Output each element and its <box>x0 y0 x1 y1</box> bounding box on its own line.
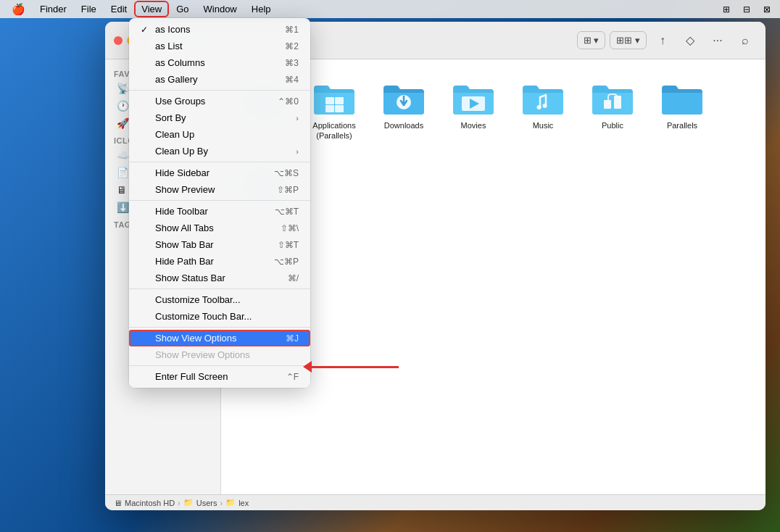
as-icons-label: as Icons <box>155 24 282 35</box>
clean-up-label: Clean Up <box>155 129 299 140</box>
applications-icon: 🚀 <box>117 117 129 129</box>
file-item-parallels[interactable]: Parallels <box>653 74 711 146</box>
view-icon-btn[interactable]: ⊞ ▾ <box>578 32 605 49</box>
close-button[interactable] <box>114 36 123 45</box>
movies-folder-icon <box>450 78 497 117</box>
menubar-edit[interactable]: Edit <box>105 2 133 16</box>
path-users-icon: 📁 <box>183 498 194 507</box>
menu-customize-touch-bar[interactable]: Customize Touch Bar... <box>129 308 310 325</box>
menu-show-status-bar[interactable]: Show Status Bar ⌘/ <box>129 270 310 286</box>
menubar-go[interactable]: Go <box>170 2 194 16</box>
menu-sep-4 <box>129 288 310 289</box>
menu-sep-5 <box>129 327 310 328</box>
menu-use-groups[interactable]: Use Groups ⌃⌘0 <box>129 93 310 109</box>
menu-hide-sidebar[interactable]: Hide Sidebar ⌥⌘S <box>129 165 310 181</box>
show-status-bar-shortcut: ⌘/ <box>288 273 299 283</box>
as-gallery-shortcut: ⌘4 <box>285 75 299 85</box>
menu-clean-up[interactable]: Clean Up <box>129 126 310 143</box>
file-item-public[interactable]: Public <box>584 74 642 146</box>
menu-sep-1 <box>129 90 310 91</box>
show-preview-options-label: Show Preview Options <box>155 349 299 360</box>
path-lex-icon: 📁 <box>225 498 236 507</box>
show-preview-shortcut: ⇧⌘P <box>277 185 299 195</box>
applications-parallels-folder-icon <box>311 78 357 117</box>
menu-hide-toolbar[interactable]: Hide Toolbar ⌥⌘T <box>129 203 310 220</box>
menu-sort-by[interactable]: Sort By › <box>129 109 310 126</box>
file-item-music[interactable]: Music <box>514 74 572 146</box>
enter-full-screen-shortcut: ⌃F <box>286 372 299 382</box>
menu-show-all-tabs[interactable]: Show All Tabs ⇧⌘\ <box>129 220 310 236</box>
menubar-help[interactable]: Help <box>246 2 277 16</box>
show-tab-bar-label: Show Tab Bar <box>155 239 275 250</box>
check-as-icons: ✓ <box>141 25 152 35</box>
svg-rect-3 <box>335 105 344 112</box>
desktop-icon: 🖥 <box>117 184 127 196</box>
menu-as-list[interactable]: as List ⌘2 <box>129 38 310 54</box>
show-all-tabs-shortcut: ⇧⌘\ <box>281 223 299 233</box>
music-folder-icon <box>520 78 566 117</box>
menu-as-icons[interactable]: ✓ as Icons ⌘1 <box>129 21 310 38</box>
path-lex-label: lex <box>238 499 249 507</box>
show-all-tabs-label: Show All Tabs <box>155 223 278 233</box>
view-dropdown-menu: ✓ as Icons ⌘1 as List ⌘2 as Columns ⌘3 a… <box>129 18 310 388</box>
hide-sidebar-shortcut: ⌥⌘S <box>274 168 299 178</box>
downloads-sidebar-icon: ⬇️ <box>117 201 129 213</box>
menubar-finder[interactable]: Finder <box>34 2 72 16</box>
sort-by-arrow: › <box>296 114 299 122</box>
menu-show-view-options[interactable]: Show View Options ⌘J <box>129 330 310 346</box>
arrow-head <box>303 361 312 373</box>
menu-show-tab-bar[interactable]: Show Tab Bar ⇧⌘T <box>129 236 310 253</box>
file-item-movies[interactable]: Movies <box>444 74 502 146</box>
menubar-view[interactable]: View <box>136 2 167 16</box>
search-button[interactable]: ⌕ <box>734 30 757 51</box>
as-list-label: as List <box>155 41 282 51</box>
menu-clean-up-by[interactable]: Clean Up By › <box>129 143 310 159</box>
svg-point-7 <box>537 105 542 109</box>
menubar-window[interactable]: Window <box>198 2 243 16</box>
downloads-label: Downloads <box>384 120 423 130</box>
as-columns-shortcut: ⌘3 <box>285 58 299 68</box>
tag-button[interactable]: ◇ <box>679 30 702 51</box>
svg-rect-9 <box>604 100 611 109</box>
menu-as-gallery[interactable]: as Gallery ⌘4 <box>129 71 310 88</box>
menu-hide-path-bar[interactable]: Hide Path Bar ⌥⌘P <box>129 253 310 270</box>
as-columns-label: as Columns <box>155 57 282 68</box>
path-sep-1: › <box>178 499 181 507</box>
view-toggle: ⊞ ▾ <box>577 31 606 49</box>
menu-sep-2 <box>129 162 310 162</box>
music-label: Music <box>533 120 554 130</box>
toolbar-icons: ⊞ ▾ ⊞⊞ ▾ ↑ ◇ ··· ⌕ <box>577 30 757 51</box>
menu-enter-full-screen[interactable]: Enter Full Screen ⌃F <box>129 368 310 385</box>
menu-show-preview[interactable]: Show Preview ⇧⌘P <box>129 181 310 198</box>
arrow-indicator <box>303 361 399 373</box>
public-folder-icon <box>589 78 636 117</box>
as-gallery-label: as Gallery <box>155 74 282 85</box>
menu-customize-toolbar[interactable]: Customize Toolbar... <box>129 291 310 308</box>
hide-path-bar-label: Hide Path Bar <box>155 256 271 267</box>
share-button[interactable]: ↑ <box>651 30 674 51</box>
hide-toolbar-shortcut: ⌥⌘T <box>275 207 299 217</box>
file-item-applications-parallels[interactable]: Applications (Parallels) <box>305 74 363 146</box>
menubar-mission-control-icon[interactable]: ⊠ <box>760 2 774 17</box>
sort-by-label: Sort By <box>155 112 293 123</box>
movies-label: Movies <box>461 120 486 130</box>
clean-up-by-arrow: › <box>296 147 299 156</box>
view-grid-btn[interactable]: ⊞⊞ ▾ <box>610 32 646 49</box>
show-tab-bar-shortcut: ⇧⌘T <box>278 240 299 250</box>
menubar-right: ⊞ ⊟ ⊠ <box>719 2 774 17</box>
customize-toolbar-label: Customize Toolbar... <box>155 294 299 305</box>
apple-menu[interactable]: 🍎 <box>6 1 31 17</box>
menubar-menu-extras-icon[interactable]: ⊟ <box>739 2 754 17</box>
menu-show-preview-options: Show Preview Options <box>129 346 310 363</box>
menubar-control-center-icon[interactable]: ⊞ <box>719 2 734 17</box>
path-hd-icon: 🖥 <box>114 499 122 507</box>
file-item-downloads[interactable]: Downloads <box>375 74 433 146</box>
more-button[interactable]: ··· <box>706 30 729 51</box>
menu-as-columns[interactable]: as Columns ⌘3 <box>129 54 310 71</box>
docs-icon: 📄 <box>117 167 129 178</box>
icloud-drive-icon: ☁️ <box>117 149 129 161</box>
svg-rect-1 <box>335 97 344 104</box>
menubar-file[interactable]: File <box>75 2 102 16</box>
hide-sidebar-label: Hide Sidebar <box>155 167 271 178</box>
show-status-bar-label: Show Status Bar <box>155 273 285 283</box>
